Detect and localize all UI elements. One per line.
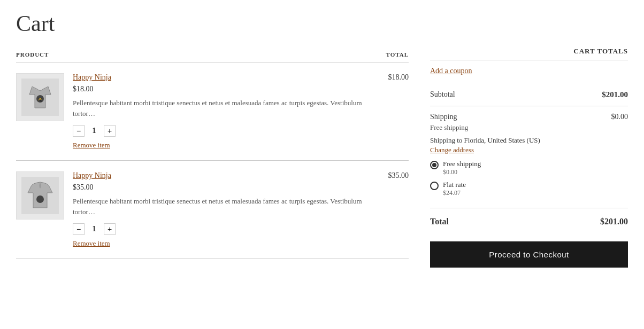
- product-price: $35.00: [73, 183, 386, 192]
- subtotal-label: Subtotal: [430, 90, 455, 99]
- shipping-radio-free_shipping[interactable]: [430, 161, 439, 169]
- add-coupon-link[interactable]: Add a coupon: [430, 67, 472, 75]
- cart-table: PRODUCT TOTAL 🥷 Happy Ninja: [16, 47, 409, 259]
- product-total: $35.00: [386, 161, 409, 259]
- shipping-to-text: Shipping to Florida, United States (US): [430, 136, 540, 145]
- product-cell-inner: 🥷 Happy Ninja $18.00 Pellentesque habita…: [16, 73, 386, 150]
- total-row: Total $201.00: [430, 208, 628, 233]
- total-value: $201.00: [600, 217, 628, 226]
- quantity-value: 1: [89, 225, 99, 233]
- change-address-link[interactable]: Change address: [430, 146, 474, 154]
- product-name-link[interactable]: Happy Ninja: [73, 73, 386, 82]
- cart-layout: PRODUCT TOTAL 🥷 Happy Ninja: [16, 47, 628, 268]
- product-description: Pellentesque habitant morbi tristique se…: [73, 196, 386, 217]
- shipping-option-price-free_shipping: $0.00: [443, 168, 481, 176]
- shipping-value: $0.00: [611, 113, 628, 121]
- svg-point-4: [36, 195, 44, 203]
- total-label: Total: [430, 217, 449, 226]
- product-details: Happy Ninja $35.00 Pellentesque habitant…: [73, 171, 386, 248]
- col-product-header: PRODUCT: [16, 47, 386, 62]
- product-cell-inner: Happy Ninja $35.00 Pellentesque habitant…: [16, 171, 386, 248]
- product-name-link[interactable]: Happy Ninja: [73, 171, 386, 180]
- quantity-control: − 1 +: [73, 223, 386, 235]
- shipping-option: Free shipping $0.00: [430, 160, 540, 176]
- shipping-option-label-flat_rate: Flat rate $24.07: [443, 181, 466, 197]
- quantity-decrease-button[interactable]: −: [73, 125, 85, 137]
- shipping-radio-flat_rate[interactable]: [430, 182, 439, 190]
- quantity-increase-button[interactable]: +: [104, 125, 116, 137]
- svg-text:🥷: 🥷: [37, 97, 43, 102]
- cart-left: PRODUCT TOTAL 🥷 Happy Ninja: [16, 47, 409, 268]
- shipping-options: Free shipping $0.00 Flat rate $24.07: [430, 160, 540, 197]
- shipping-option: Flat rate $24.07: [430, 181, 540, 197]
- product-price: $18.00: [73, 85, 386, 93]
- remove-item-link[interactable]: Remove item: [73, 141, 110, 149]
- shipping-left: Shipping Free shipping Shipping to Flori…: [430, 113, 540, 201]
- product-details: Happy Ninja $18.00 Pellentesque habitant…: [73, 73, 386, 150]
- product-image: [16, 171, 64, 220]
- col-total-header: TOTAL: [386, 47, 409, 62]
- cart-right: CART TOTALS Add a coupon Subtotal $201.0…: [430, 47, 628, 268]
- page-wrapper: Cart PRODUCT TOTAL: [0, 0, 644, 278]
- table-row: Happy Ninja $35.00 Pellentesque habitant…: [16, 161, 409, 259]
- table-row: 🥷 Happy Ninja $18.00 Pellentesque habita…: [16, 62, 409, 161]
- checkout-button[interactable]: Proceed to Checkout: [430, 241, 628, 268]
- cart-totals-heading: CART TOTALS: [430, 47, 628, 60]
- product-image: 🥷: [16, 73, 64, 121]
- subtotal-row: Subtotal $201.00: [430, 84, 628, 106]
- shipping-option-label-free_shipping: Free shipping $0.00: [443, 160, 481, 176]
- page-title: Cart: [16, 11, 628, 36]
- subtotal-value: $201.00: [602, 90, 628, 99]
- quantity-control: − 1 +: [73, 125, 386, 137]
- product-cell: Happy Ninja $35.00 Pellentesque habitant…: [16, 161, 386, 259]
- quantity-decrease-button[interactable]: −: [73, 223, 85, 235]
- quantity-increase-button[interactable]: +: [104, 223, 116, 235]
- shipping-option-price-flat_rate: $24.07: [443, 189, 466, 197]
- quantity-value: 1: [89, 127, 99, 135]
- product-total: $18.00: [386, 62, 409, 161]
- product-cell: 🥷 Happy Ninja $18.00 Pellentesque habita…: [16, 62, 386, 161]
- shipping-row: Shipping Free shipping Shipping to Flori…: [430, 106, 628, 208]
- shipping-label: Shipping: [430, 113, 540, 121]
- product-description: Pellentesque habitant morbi tristique se…: [73, 98, 386, 119]
- remove-item-link[interactable]: Remove item: [73, 239, 110, 247]
- free-shipping-note: Free shipping: [430, 123, 540, 132]
